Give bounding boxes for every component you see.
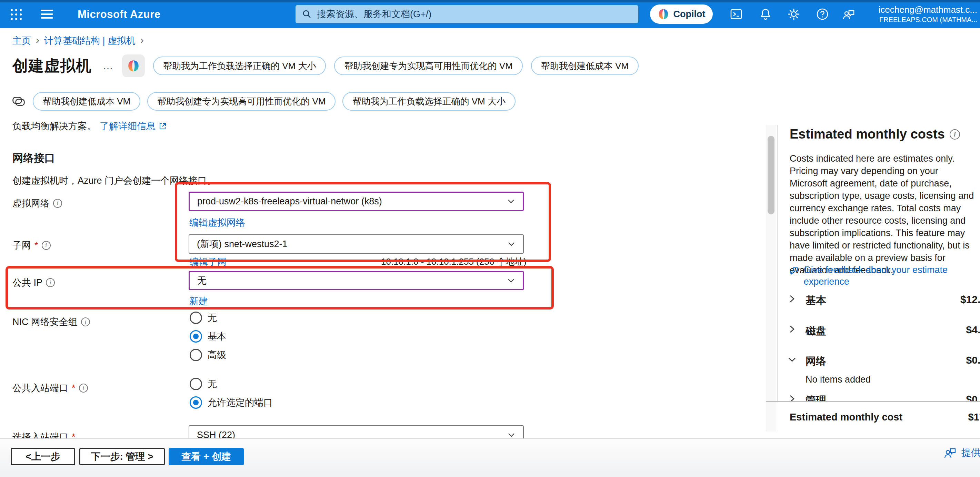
- radio-selected-icon[interactable]: [190, 396, 202, 409]
- brand-title[interactable]: Microsoft Azure: [78, 8, 161, 21]
- footer-feedback-link[interactable]: 提供反馈: [943, 446, 980, 460]
- settings-gear-icon[interactable]: [787, 7, 801, 21]
- public-inbound-ports-label-text: 公共入站端口: [13, 382, 68, 394]
- copilot-chip[interactable]: 帮助我创建低成本 VM: [33, 92, 140, 111]
- radio-label: 无: [208, 312, 217, 324]
- cost-feedback-label: Give feedback about your estimate experi…: [804, 264, 951, 288]
- radio-label: 无: [208, 378, 217, 390]
- chevron-right-icon[interactable]: [787, 324, 797, 334]
- copilot-button[interactable]: Copilot: [650, 5, 713, 24]
- section-heading-network-interface: 网络接口: [13, 151, 55, 165]
- radio-icon[interactable]: [190, 349, 202, 361]
- help-icon[interactable]: [816, 7, 829, 21]
- cost-panel-title-text: Estimated monthly costs: [790, 127, 945, 142]
- cost-row-basic[interactable]: 基本: [805, 294, 826, 308]
- copilot-button-label: Copilot: [673, 9, 706, 20]
- copilot-outline-icon: [11, 94, 26, 108]
- azure-portal-page: Microsoft Azure 搜索资源、服务和文档(G+/): [0, 0, 980, 477]
- title-row: 创建虚拟机 … 帮助我为工作负载选择正确的 VM 大小 帮助我创建专为实现高可用…: [13, 54, 639, 77]
- info-icon[interactable]: i: [42, 241, 51, 250]
- nic-nsg-label-text: NIC 网络安全组: [13, 316, 78, 328]
- page-title: 创建虚拟机: [13, 56, 92, 76]
- chevron-right-icon: ›: [140, 34, 144, 46]
- radio-icon[interactable]: [190, 312, 202, 324]
- search-input[interactable]: 搜索资源、服务和文档(G+/): [296, 5, 638, 23]
- cost-network-note: No items added: [805, 374, 871, 385]
- chevron-down-icon: [507, 431, 515, 439]
- edit-vnet-link[interactable]: 编辑虚拟网络: [189, 216, 245, 229]
- inbound-option-allow-selected[interactable]: 允许选定的端口: [190, 396, 273, 409]
- cost-row-basic-price: $12.9: [960, 294, 980, 305]
- feedback-icon[interactable]: [842, 7, 856, 21]
- required-asterisk: *: [35, 240, 38, 251]
- menu-icon[interactable]: [41, 10, 53, 19]
- more-actions-icon[interactable]: …: [103, 60, 113, 72]
- nsg-option-none[interactable]: 无: [190, 312, 217, 324]
- chevron-down-icon: [507, 240, 515, 248]
- account-block[interactable]: icecheng@mathmast.c... FREELEAPS.COM (MA…: [878, 4, 977, 24]
- vnet-label-text: 虚拟网络: [13, 197, 50, 210]
- inbound-option-none[interactable]: 无: [190, 378, 217, 390]
- copilot-suggestions-button[interactable]: [122, 54, 145, 77]
- cost-row-network[interactable]: 网络: [805, 354, 826, 369]
- edit-subnet-link[interactable]: 编辑子网: [189, 256, 227, 268]
- copilot-chip[interactable]: 帮助我创建低成本 VM: [531, 57, 639, 75]
- info-icon[interactable]: i: [46, 278, 55, 287]
- cost-feedback-link[interactable]: Give feedback about your estimate experi…: [789, 264, 951, 288]
- cost-total-value: $17: [968, 412, 980, 423]
- radio-icon[interactable]: [190, 378, 202, 390]
- info-icon[interactable]: i: [950, 129, 960, 140]
- next-step-management-button[interactable]: 下一步: 管理 >: [79, 448, 165, 465]
- copilot-logo-icon: [658, 8, 669, 20]
- info-icon[interactable]: i: [53, 199, 62, 208]
- copilot-chip[interactable]: 帮助我创建专为实现高可用性而优化的 VM: [334, 57, 522, 75]
- vnet-label: 虚拟网络 i: [13, 197, 62, 210]
- breadcrumb-virtual-machines[interactable]: 计算基础结构 | 虚拟机: [44, 35, 135, 47]
- subnet-dropdown[interactable]: (新项) snet-westus2-1: [189, 234, 524, 254]
- app-launcher-icon[interactable]: [10, 9, 22, 20]
- cost-row-disk-price: $4.8: [966, 324, 980, 336]
- chevron-down-icon[interactable]: [787, 354, 797, 365]
- public-ip-label-text: 公共 IP: [13, 277, 42, 289]
- subnet-label-text: 子网: [13, 239, 31, 251]
- panel-divider: [777, 125, 778, 431]
- radio-label: 允许选定的端口: [208, 396, 273, 409]
- previous-step-button[interactable]: <上一步: [11, 448, 75, 465]
- cost-row-disk[interactable]: 磁盘: [805, 324, 826, 338]
- topbar-edge: [0, 0, 980, 2]
- footer-feedback-label: 提供反馈: [961, 446, 980, 460]
- cloud-shell-icon[interactable]: [729, 7, 743, 21]
- scrollbar-thumb[interactable]: [768, 136, 775, 215]
- notifications-icon[interactable]: [759, 7, 772, 21]
- nsg-option-basic[interactable]: 基本: [190, 330, 226, 343]
- chevron-right-icon[interactable]: [787, 294, 797, 304]
- learn-more-link[interactable]: 了解详细信息: [100, 120, 167, 132]
- cost-row-network-price: $0.0: [966, 354, 980, 366]
- copilot-chip[interactable]: 帮助我为工作负载选择正确的 VM 大小: [342, 92, 515, 111]
- vnet-dropdown[interactable]: prod-usw2-k8s-freeleaps-virtual-networ (…: [189, 192, 524, 211]
- copilot-logo-icon: [127, 59, 140, 72]
- external-link-icon: [158, 122, 167, 130]
- intro-tail-text: 负载均衡解决方案。 了解详细信息: [13, 120, 167, 132]
- chevron-down-icon: [507, 197, 515, 205]
- section-description: 创建虚拟机时，Azure 门户会创建一个网络接口。: [13, 174, 216, 187]
- chevron-down-icon: [507, 277, 515, 285]
- create-new-public-ip-link[interactable]: 新建: [189, 295, 208, 307]
- radio-selected-icon[interactable]: [190, 330, 202, 343]
- subnet-value: (新项) snet-westus2-1: [197, 238, 288, 250]
- info-icon[interactable]: i: [81, 317, 90, 326]
- breadcrumb-home[interactable]: 主页: [13, 35, 31, 47]
- copilot-chip[interactable]: 帮助我为工作负载选择正确的 VM 大小: [153, 57, 326, 75]
- review-create-button[interactable]: 查看 + 创建: [169, 448, 244, 465]
- user-tenant: FREELEAPS.COM (MATHMA...: [878, 16, 977, 24]
- search-icon: [302, 9, 312, 19]
- nsg-option-advanced[interactable]: 高级: [190, 349, 226, 361]
- public-ip-dropdown[interactable]: 无: [189, 271, 524, 290]
- info-icon[interactable]: i: [79, 383, 88, 393]
- cost-disclaimer: Costs indicated here are estimates only.…: [790, 152, 978, 277]
- subnet-label: 子网 * i: [13, 239, 51, 251]
- user-email: icecheng@mathmast.c...: [878, 4, 977, 16]
- copilot-chip[interactable]: 帮助我创建专为实现高可用性而优化的 VM: [147, 92, 336, 111]
- public-inbound-ports-label: 公共入站端口 * i: [13, 382, 88, 394]
- public-ip-value: 无: [197, 274, 207, 287]
